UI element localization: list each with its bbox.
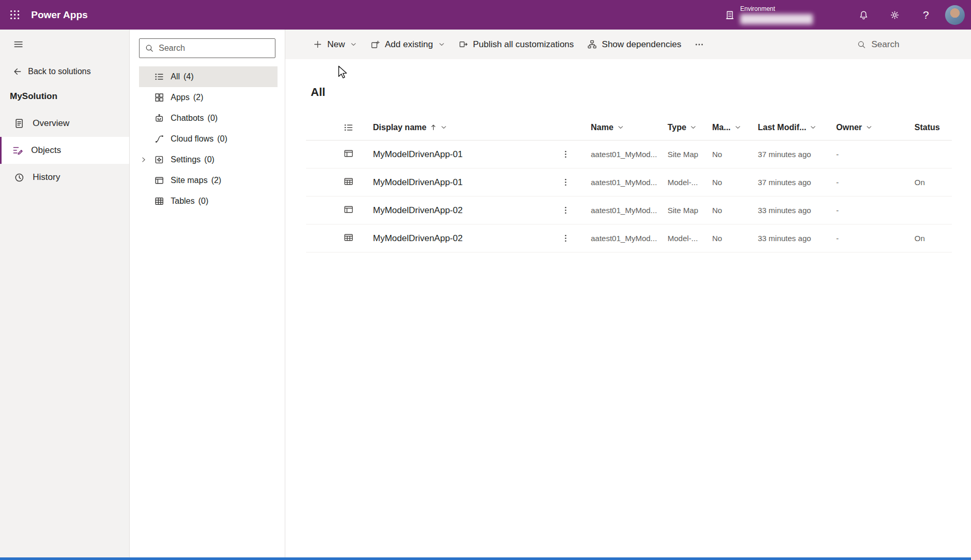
sidebar-item-overview[interactable]: Overview xyxy=(0,110,129,137)
chatbot-icon xyxy=(154,113,165,123)
notifications-button[interactable] xyxy=(851,3,876,27)
content-area: All Display name Name xyxy=(285,59,971,253)
column-header-display-name[interactable]: Display name xyxy=(366,123,591,132)
tree-item-label: Cloud flows xyxy=(171,134,214,144)
collapse-nav-button[interactable] xyxy=(7,33,29,55)
record-name: aatest01_MyMod... xyxy=(591,178,668,187)
tree-item-label: Apps xyxy=(171,93,189,102)
tree-item-count: (0) xyxy=(204,155,215,164)
tree-item-apps[interactable]: Apps(2) xyxy=(139,87,278,108)
table-row-2[interactable]: MyModelDrivenApp-01aatest01_MyMod...Mode… xyxy=(306,169,952,197)
row-commands-button[interactable] xyxy=(558,146,573,163)
column-header-managed[interactable]: Ma... xyxy=(712,123,758,132)
column-header-last-modified[interactable]: Last Modif... xyxy=(758,123,836,132)
tree-item-count: (2) xyxy=(211,176,221,185)
chevron-down-icon xyxy=(866,124,872,131)
table-header-icon-cell xyxy=(306,122,366,133)
record-display-name[interactable]: MyModelDrivenApp-02 xyxy=(373,233,463,244)
publish-all-button[interactable]: Publish all customizations xyxy=(452,30,581,59)
bell-icon xyxy=(858,10,869,20)
objects-tree-panel: All(4)Apps(2)Chatbots(0)Cloud flows(0)Se… xyxy=(130,30,285,560)
row-icon-cell xyxy=(306,232,366,245)
tree-item-chatbots[interactable]: Chatbots(0) xyxy=(139,108,278,129)
column-header-name[interactable]: Name xyxy=(591,123,668,132)
apps-icon xyxy=(154,92,165,103)
sidebar-item-objects[interactable]: Objects xyxy=(0,137,129,164)
column-header-type[interactable]: Type xyxy=(668,123,712,132)
record-owner: - xyxy=(836,178,914,187)
sidebar-item-history[interactable]: History xyxy=(0,164,129,191)
record-owner: - xyxy=(836,206,914,215)
row-display-name-cell: MyModelDrivenApp-02 xyxy=(366,202,591,219)
gear-icon xyxy=(890,10,900,20)
row-icon-cell xyxy=(306,204,366,217)
tree-item-count: (4) xyxy=(184,72,194,81)
main-area: New Add existing Publish all customizati… xyxy=(285,30,971,560)
record-type: Site Map xyxy=(668,150,712,159)
record-owner: - xyxy=(836,150,914,159)
record-last-modified: 33 minutes ago xyxy=(758,206,836,215)
record-status: On xyxy=(914,178,952,187)
column-label: Type xyxy=(668,123,686,132)
avatar xyxy=(945,5,965,25)
sidebar-item-label: Objects xyxy=(31,145,61,156)
back-to-solutions-label: Back to solutions xyxy=(28,67,91,76)
settings-button[interactable] xyxy=(882,3,907,27)
site-map-icon xyxy=(154,175,165,186)
command-bar: New Add existing Publish all customizati… xyxy=(285,30,971,59)
account-button[interactable] xyxy=(944,3,966,27)
row-icon-cell xyxy=(306,148,366,161)
tree-search-input[interactable] xyxy=(159,39,275,58)
page-layout: Back to solutions MySolution OverviewObj… xyxy=(0,30,971,560)
record-name: aatest01_MyMod... xyxy=(591,234,668,243)
environment-picker[interactable]: Environment xyxy=(725,6,813,24)
cloud-flow-icon xyxy=(154,134,165,144)
help-button[interactable]: ? xyxy=(913,3,938,27)
row-commands-button[interactable] xyxy=(558,230,573,247)
chevron-right-icon[interactable] xyxy=(139,156,154,163)
tree-item-all[interactable]: All(4) xyxy=(139,66,278,87)
row-commands-button[interactable] xyxy=(558,174,573,191)
list-view-icon[interactable] xyxy=(343,122,354,133)
command-search-input[interactable] xyxy=(871,39,930,50)
table-row-4[interactable]: MyModelDrivenApp-02aatest01_MyMod...Mode… xyxy=(306,225,952,253)
record-display-name[interactable]: MyModelDrivenApp-02 xyxy=(373,205,463,216)
tree-item-cloud-flows[interactable]: Cloud flows(0) xyxy=(139,129,278,149)
row-commands-button[interactable] xyxy=(558,202,573,219)
table-icon xyxy=(154,196,165,206)
show-dependencies-button[interactable]: Show dependencies xyxy=(580,30,688,59)
back-arrow-icon xyxy=(12,66,22,77)
record-last-modified: 37 minutes ago xyxy=(758,150,836,159)
environment-label: Environment xyxy=(740,6,813,12)
back-to-solutions-link[interactable]: Back to solutions xyxy=(0,61,129,82)
record-owner: - xyxy=(836,234,914,243)
record-type: Model-... xyxy=(668,234,712,243)
record-name: aatest01_MyMod... xyxy=(591,150,668,159)
new-button[interactable]: New xyxy=(306,30,364,59)
objects-table: Display name Name Type Ma... xyxy=(306,115,952,253)
table-row-3[interactable]: MyModelDrivenApp-02aatest01_MyMod...Site… xyxy=(306,197,952,225)
add-existing-button[interactable]: Add existing xyxy=(364,30,452,59)
tree-item-tables[interactable]: Tables(0) xyxy=(139,191,278,212)
record-display-name[interactable]: MyModelDrivenApp-01 xyxy=(373,149,463,160)
top-bar-right: Environment ? xyxy=(725,0,971,30)
top-bar: Power Apps Environment ? xyxy=(0,0,971,30)
tree-item-site-maps[interactable]: Site maps(2) xyxy=(139,170,278,191)
tree-item-count: (0) xyxy=(207,114,218,123)
record-display-name[interactable]: MyModelDrivenApp-01 xyxy=(373,177,463,188)
app-title: Power Apps xyxy=(31,9,88,21)
app-launcher-button[interactable] xyxy=(0,0,29,30)
row-icon-cell xyxy=(306,176,366,189)
table-row-1[interactable]: MyModelDrivenApp-01aatest01_MyMod...Site… xyxy=(306,141,952,169)
app-row-icon xyxy=(343,176,354,187)
column-header-owner[interactable]: Owner xyxy=(836,123,914,132)
environment-text: Environment xyxy=(740,6,813,24)
show-dependencies-label: Show dependencies xyxy=(602,39,681,50)
top-bar-left: Power Apps xyxy=(0,0,88,30)
column-label: Owner xyxy=(836,123,862,132)
solution-name: MySolution xyxy=(0,91,129,102)
chevron-down-icon xyxy=(350,41,357,48)
column-header-status[interactable]: Status xyxy=(914,123,952,132)
command-overflow-button[interactable] xyxy=(688,30,711,59)
tree-item-settings[interactable]: Settings(0) xyxy=(139,149,278,170)
